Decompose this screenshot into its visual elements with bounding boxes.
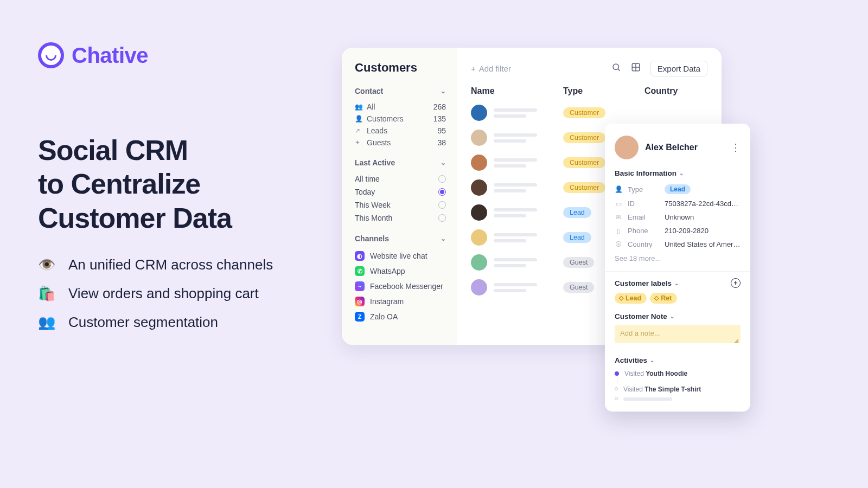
globe-icon: ⦿ <box>615 241 622 248</box>
sidebar-item-channel[interactable]: ✆WhatsApp <box>355 264 446 279</box>
export-data-button[interactable]: Export Data <box>650 61 707 76</box>
sidebar-item-channel[interactable]: ~Facebook Messenger <box>355 279 446 294</box>
labels-heading-label: Customer labels <box>615 279 672 287</box>
info-row-phone: ▯ Phone 210-209-2820 <box>615 224 741 237</box>
channels-heading-label: Channels <box>355 234 389 243</box>
type-badge: Guest <box>563 282 594 293</box>
avatar <box>471 105 487 121</box>
note-textarea[interactable] <box>615 325 741 343</box>
add-label-icon[interactable]: + <box>731 278 741 288</box>
sidebar-item-label: All <box>367 102 375 111</box>
customer-label-pill[interactable]: ◇Ret <box>650 293 677 304</box>
sidebar-item-label: Website live chat <box>370 252 427 260</box>
bullet-3-text: Customer segmentation <box>68 314 218 331</box>
name-placeholder <box>494 108 563 118</box>
info-row-type: 👤 Type Lead <box>615 182 741 197</box>
sidebar-item-count: 268 <box>433 102 446 111</box>
info-key-email: Email <box>628 213 659 221</box>
chevron-down-icon: ⌄ <box>441 159 446 166</box>
sidebar-item-contact[interactable]: 👥All268 <box>355 101 446 113</box>
sidebar-item-channel[interactable]: ◎Instagram <box>355 294 446 309</box>
info-value-type: Lead <box>665 184 741 194</box>
svg-point-0 <box>613 64 619 70</box>
section-header-contact[interactable]: Contact ⌄ <box>355 87 446 95</box>
radio-label: This Month <box>355 214 392 222</box>
avatar <box>471 130 487 146</box>
tag-icon: ◇ <box>619 294 623 301</box>
add-filter-button[interactable]: + Add filter <box>471 64 511 73</box>
customer-detail-panel: Alex Belcher ⋮ Basic Information ⌄ 👤 Typ… <box>605 124 750 412</box>
last-active-heading-label: Last Active <box>355 158 395 167</box>
customer-labels-header[interactable]: Customer labels ⌄ <box>615 279 679 287</box>
sidebar-item-label: WhatsApp <box>370 267 405 275</box>
radio-icon <box>438 214 446 222</box>
customer-labels-section: Customer labels ⌄ + ◇Lead◇Ret <box>605 272 750 306</box>
avatar <box>471 254 487 271</box>
svg-line-1 <box>618 69 620 70</box>
name-placeholder <box>494 208 563 217</box>
search-icon[interactable] <box>611 62 621 75</box>
headline: Social CRM to Centralize Customer Data <box>38 133 320 235</box>
see-more-link[interactable]: See 18 more... <box>615 251 741 264</box>
sidebar-item-label: Guests <box>367 138 391 147</box>
radio-label: All time <box>355 175 380 183</box>
type-badge: Customer <box>563 182 605 193</box>
radio-label: This Week <box>355 201 391 209</box>
sidebar-item-count: 135 <box>433 114 446 123</box>
shopping-bags-icon: 🛍️ <box>38 285 55 302</box>
section-header-channels[interactable]: Channels ⌄ <box>355 234 446 243</box>
name-placeholder <box>494 258 563 267</box>
sidebar-item-channel[interactable]: ◐Website live chat <box>355 248 446 264</box>
detail-customer-name: Alex Belcher <box>645 143 724 152</box>
chevron-down-icon: ⌄ <box>670 313 674 319</box>
sidebar-item-contact[interactable]: ✦Guests38 <box>355 137 446 149</box>
column-country[interactable]: Country <box>644 86 707 96</box>
detail-header: Alex Belcher ⋮ <box>605 124 750 169</box>
activities-header[interactable]: Activities ⌄ <box>615 356 741 364</box>
sidebar-item-count: 38 <box>437 138 446 147</box>
basic-information-header[interactable]: Basic Information ⌄ <box>615 169 741 177</box>
info-key-country: Country <box>628 240 659 248</box>
note-heading-label: Customer Note <box>615 312 667 320</box>
more-menu-icon[interactable]: ⋮ <box>731 145 741 150</box>
info-row-email: ✉ Email Unknown <box>615 210 741 224</box>
table-row[interactable]: Customer <box>471 105 707 121</box>
chevron-down-icon: ⌄ <box>674 280 679 286</box>
column-type[interactable]: Type <box>563 86 644 96</box>
channel-icon: ◐ <box>355 251 365 261</box>
activity-item: Visited Youth Hoodie <box>615 369 741 384</box>
customer-label-pill[interactable]: ◇Lead <box>615 293 647 304</box>
radio-icon <box>438 175 446 183</box>
last-active-option[interactable]: This Week <box>355 198 446 211</box>
last-active-option[interactable]: This Month <box>355 211 446 224</box>
layout-grid-icon[interactable] <box>631 62 641 75</box>
last-active-option[interactable]: All time <box>355 172 446 185</box>
info-key-type: Type <box>628 185 659 194</box>
sidebar-item-contact[interactable]: 👤Customers135 <box>355 113 446 125</box>
info-value-id: 7503827a-22cd-43cd-8... <box>665 200 741 208</box>
contact-heading-label: Contact <box>355 87 383 95</box>
chevron-down-icon: ⌄ <box>441 87 446 95</box>
radio-icon <box>438 201 446 209</box>
sidebar-item-contact[interactable]: ↗Leads95 <box>355 125 446 137</box>
channel-icon: ◎ <box>355 297 365 306</box>
section-header-last-active[interactable]: Last Active ⌄ <box>355 158 446 167</box>
avatar <box>471 204 487 221</box>
name-placeholder <box>494 158 563 168</box>
name-placeholder <box>494 283 563 292</box>
customer-note-header[interactable]: Customer Note ⌄ <box>615 312 741 320</box>
bullet-3: 👥 Customer segmentation <box>38 314 320 331</box>
name-placeholder <box>494 133 563 143</box>
info-key-id: ID <box>628 200 659 208</box>
contact-type-icon: 👤 <box>355 115 362 123</box>
labels-row: ◇Lead◇Ret <box>615 292 741 304</box>
sidebar-item-label: Customers <box>367 114 404 123</box>
channel-icon: ~ <box>355 281 365 291</box>
sidebar-item-label: Leads <box>367 126 387 135</box>
last-active-option[interactable]: Today <box>355 185 446 198</box>
sidebar-item-channel[interactable]: ZZalo OA <box>355 309 446 324</box>
activity-text: Visited Youth Hoodie <box>624 370 687 377</box>
chevron-down-icon: ⌄ <box>441 235 446 242</box>
info-row-id: ▭ ID 7503827a-22cd-43cd-8... <box>615 197 741 210</box>
column-name[interactable]: Name <box>471 86 563 96</box>
